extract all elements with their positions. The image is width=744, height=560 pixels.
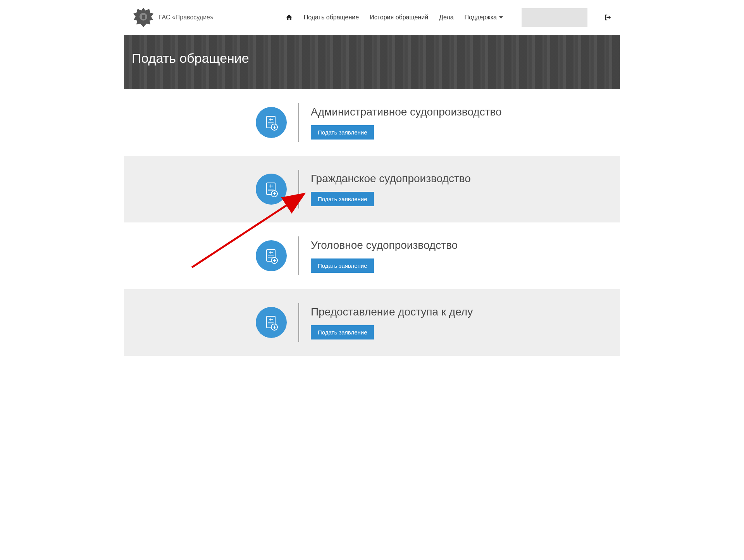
submit-button-admin[interactable]: Подать заявление bbox=[311, 125, 374, 140]
book-add-icon bbox=[256, 240, 287, 271]
hero: Подать обращение bbox=[124, 35, 620, 89]
divider bbox=[298, 103, 299, 142]
topbar: ГАС «Правосудие» Подать обращение Истори… bbox=[124, 0, 620, 35]
submit-button-access[interactable]: Подать заявление bbox=[311, 325, 374, 339]
page-title: Подать обращение bbox=[132, 51, 249, 66]
submit-button-criminal[interactable]: Подать заявление bbox=[311, 258, 374, 273]
section-title: Административное судопроизводство bbox=[311, 106, 502, 118]
sections-list: Административное судопроизводство Подать… bbox=[124, 89, 620, 356]
book-add-icon bbox=[256, 307, 287, 338]
main-nav: Подать обращение История обращений Дела … bbox=[285, 8, 612, 27]
nav-submit[interactable]: Подать обращение bbox=[304, 14, 359, 21]
section-civil: Гражданское судопроизводство Подать заяв… bbox=[124, 156, 620, 222]
nav-cases[interactable]: Дела bbox=[439, 14, 453, 21]
section-title: Гражданское судопроизводство bbox=[311, 172, 471, 185]
logout-icon[interactable] bbox=[604, 13, 612, 22]
book-add-icon bbox=[256, 107, 287, 138]
user-box[interactable] bbox=[522, 8, 587, 27]
chevron-down-icon bbox=[499, 16, 503, 19]
submit-button-civil[interactable]: Подать заявление bbox=[311, 192, 374, 206]
divider bbox=[298, 170, 299, 208]
section-title: Уголовное судопроизводство bbox=[311, 239, 458, 252]
section-title: Предоставление доступа к делу bbox=[311, 306, 473, 318]
coat-of-arms-icon bbox=[132, 6, 155, 29]
nav-support[interactable]: Поддержка bbox=[465, 14, 503, 21]
divider bbox=[298, 236, 299, 275]
section-admin: Административное судопроизводство Подать… bbox=[124, 89, 620, 156]
home-icon[interactable] bbox=[285, 14, 293, 21]
book-add-icon bbox=[256, 174, 287, 205]
brand: ГАС «Правосудие» bbox=[132, 6, 214, 29]
nav-history[interactable]: История обращений bbox=[370, 14, 428, 21]
section-criminal: Уголовное судопроизводство Подать заявле… bbox=[124, 222, 620, 289]
section-case-access: Предоставление доступа к делу Подать зая… bbox=[124, 289, 620, 356]
divider bbox=[298, 303, 299, 342]
nav-support-label: Поддержка bbox=[465, 14, 497, 21]
brand-name: ГАС «Правосудие» bbox=[159, 14, 214, 21]
